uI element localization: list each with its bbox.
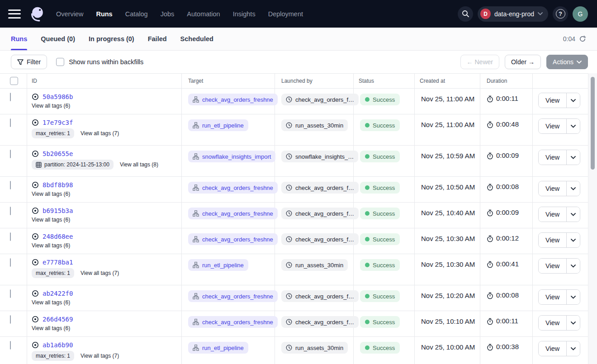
avatar[interactable]: G <box>573 6 588 22</box>
row-checkbox[interactable] <box>10 341 11 350</box>
target-pill[interactable]: check_avg_orders_freshne <box>188 290 278 302</box>
run-tag-pill[interactable]: max_retries: 1 <box>32 268 74 278</box>
row-checkbox[interactable] <box>10 289 11 298</box>
target-pill[interactable]: run_etl_pipeline <box>188 259 248 271</box>
dagster-logo[interactable] <box>28 5 46 23</box>
view-button[interactable]: View <box>539 233 566 247</box>
nav-item-jobs[interactable]: Jobs <box>161 10 175 18</box>
view-button[interactable]: View <box>539 93 566 108</box>
row-checkbox[interactable] <box>10 150 11 158</box>
view-dropdown-button[interactable] <box>566 233 580 247</box>
actions-button[interactable]: Actions <box>546 55 588 69</box>
run-id-link[interactable]: e7778ba1 <box>43 259 73 266</box>
run-tag-pill[interactable]: max_retries: 1 <box>32 128 74 138</box>
row-checkbox[interactable] <box>10 207 11 215</box>
menu-icon[interactable] <box>8 9 21 19</box>
view-button[interactable]: View <box>539 290 566 304</box>
run-id-link[interactable]: 266d4569 <box>43 316 73 323</box>
row-checkbox[interactable] <box>10 181 11 189</box>
older-button[interactable]: Older → <box>505 55 541 69</box>
run-id-link[interactable]: 248d68ee <box>43 233 73 240</box>
newer-button[interactable]: ← Newer <box>460 55 499 69</box>
deployment-switcher[interactable]: D data-eng-prod <box>478 6 548 22</box>
view-button[interactable]: View <box>539 150 566 165</box>
view-dropdown-button[interactable] <box>566 119 580 133</box>
view-button[interactable]: View <box>539 119 566 133</box>
view-button[interactable]: View <box>539 207 566 222</box>
launched-by-pill[interactable]: snowflake_insights_… <box>281 151 358 162</box>
launched-by-pill[interactable]: run_assets_30min <box>281 342 348 354</box>
view-all-tags-link[interactable]: View all tags (7) <box>81 353 119 359</box>
run-id-link[interactable]: 5b20655e <box>43 150 73 157</box>
target-pill[interactable]: snowflake_insights_import <box>188 151 275 162</box>
target-pill[interactable]: check_avg_orders_freshne <box>188 316 278 328</box>
view-dropdown-button[interactable] <box>566 259 580 273</box>
view-button[interactable]: View <box>539 181 566 196</box>
view-all-tags-link[interactable]: View all tags (6) <box>32 103 70 109</box>
help-button[interactable]: ? <box>553 6 568 22</box>
scrollbar-thumb[interactable] <box>591 77 595 170</box>
launched-by-pill[interactable]: run_assets_30min <box>281 259 348 271</box>
view-all-tags-link[interactable]: View all tags (6) <box>32 325 70 331</box>
launched-by-pill[interactable]: check_avg_orders_f… <box>281 290 359 302</box>
target-pill[interactable]: run_etl_pipeline <box>188 342 248 354</box>
launched-by-pill[interactable]: check_avg_orders_f… <box>281 208 359 219</box>
view-dropdown-button[interactable] <box>566 150 580 165</box>
run-tag-pill[interactable]: max_retries: 1 <box>32 351 74 361</box>
nav-item-runs[interactable]: Runs <box>96 10 112 18</box>
view-button[interactable]: View <box>539 341 566 356</box>
launched-by-pill[interactable]: check_avg_orders_f… <box>281 182 359 194</box>
target-pill[interactable]: check_avg_orders_freshne <box>188 94 278 105</box>
view-dropdown-button[interactable] <box>566 93 580 108</box>
nav-item-overview[interactable]: Overview <box>56 10 83 18</box>
nav-item-automation[interactable]: Automation <box>187 10 220 18</box>
view-all-tags-link[interactable]: View all tags (8) <box>120 161 158 168</box>
target-pill[interactable]: check_avg_orders_freshne <box>188 182 278 194</box>
launched-by-pill[interactable]: check_avg_orders_f… <box>281 233 359 245</box>
view-dropdown-button[interactable] <box>566 207 580 222</box>
launched-by-pill[interactable]: check_avg_orders_f… <box>281 94 359 105</box>
view-all-tags-link[interactable]: View all tags (6) <box>32 191 70 197</box>
run-id-link[interactable]: b6915b3a <box>43 207 73 214</box>
run-id-link[interactable]: ab2422f0 <box>43 290 73 297</box>
row-checkbox[interactable] <box>10 232 11 241</box>
row-checkbox[interactable] <box>10 315 11 324</box>
filter-button[interactable]: Filter <box>11 55 47 69</box>
run-id-link[interactable]: 50a5986b <box>43 93 73 100</box>
view-button[interactable]: View <box>539 259 566 273</box>
run-id-link[interactable]: 8bdf8b98 <box>43 181 73 189</box>
tab-failed[interactable]: Failed <box>148 28 167 50</box>
view-button[interactable]: View <box>539 316 566 330</box>
refresh-icon[interactable] <box>579 35 586 43</box>
view-dropdown-button[interactable] <box>566 290 580 304</box>
nav-item-insights[interactable]: Insights <box>233 10 256 18</box>
row-checkbox[interactable] <box>10 258 11 267</box>
view-all-tags-link[interactable]: View all tags (6) <box>32 299 70 306</box>
select-all-checkbox[interactable] <box>10 77 18 85</box>
target-pill[interactable]: check_avg_orders_freshne <box>188 208 278 219</box>
view-all-tags-link[interactable]: View all tags (7) <box>81 130 119 137</box>
row-checkbox[interactable] <box>10 93 11 101</box>
nav-item-catalog[interactable]: Catalog <box>125 10 148 18</box>
view-all-tags-link[interactable]: View all tags (6) <box>32 242 70 249</box>
launched-by-pill[interactable]: check_avg_orders_f… <box>281 316 359 328</box>
run-id-link[interactable]: 17e79c3f <box>43 119 73 126</box>
search-button[interactable] <box>458 6 473 22</box>
view-all-tags-link[interactable]: View all tags (7) <box>81 270 119 276</box>
tab-queued[interactable]: Queued (0) <box>41 28 75 50</box>
run-tag-pill[interactable]: partition: 2024-11-25-13:00 <box>32 160 114 170</box>
target-pill[interactable]: check_avg_orders_freshne <box>188 233 278 245</box>
view-all-tags-link[interactable]: View all tags (6) <box>32 217 70 223</box>
nav-item-deployment[interactable]: Deployment <box>268 10 303 18</box>
tab-scheduled[interactable]: Scheduled <box>180 28 213 50</box>
view-dropdown-button[interactable] <box>566 181 580 196</box>
backfills-checkbox[interactable] <box>56 58 64 66</box>
scrollbar-track[interactable] <box>588 73 597 364</box>
tab-in-progress[interactable]: In progress (0) <box>89 28 134 50</box>
target-pill[interactable]: run_etl_pipeline <box>188 119 248 131</box>
view-dropdown-button[interactable] <box>566 341 580 356</box>
row-checkbox[interactable] <box>10 118 11 127</box>
launched-by-pill[interactable]: run_assets_30min <box>281 119 348 131</box>
tab-runs[interactable]: Runs <box>11 28 27 50</box>
view-dropdown-button[interactable] <box>566 316 580 330</box>
